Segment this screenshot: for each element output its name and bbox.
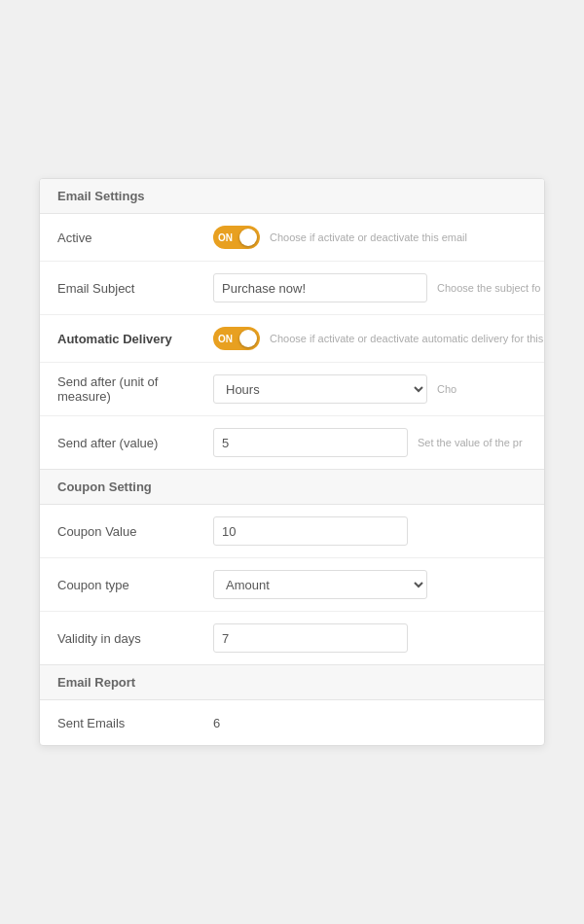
send-after-unit-content: Hours Days Minutes Cho xyxy=(213,374,527,404)
email-subject-input[interactable] xyxy=(213,273,427,302)
active-toggle-track: ON xyxy=(213,226,260,249)
email-settings-section: Email Settings Active ON Choose if activ… xyxy=(40,179,544,469)
active-content: ON Choose if activate or deactivate this… xyxy=(213,226,527,249)
email-report-title: Email Report xyxy=(57,675,135,690)
automatic-delivery-toggle[interactable]: ON xyxy=(213,327,260,350)
coupon-value-input[interactable] xyxy=(213,516,408,546)
active-toggle[interactable]: ON xyxy=(213,226,260,249)
sent-emails-row: Sent Emails 6 xyxy=(40,700,544,745)
coupon-value-label: Coupon Value xyxy=(57,524,213,539)
coupon-settings-body: Coupon Value Coupon type Amount Percenta… xyxy=(40,505,544,664)
active-toggle-label: ON xyxy=(218,232,233,243)
email-subject-content: Choose the subject fo xyxy=(213,273,540,302)
coupon-value-content xyxy=(213,516,527,546)
coupon-type-label: Coupon type xyxy=(57,578,213,592)
automatic-delivery-toggle-thumb xyxy=(239,330,257,347)
automatic-delivery-content: ON Choose if activate or deactivate auto… xyxy=(213,327,545,350)
validity-days-label: Validity in days xyxy=(57,631,213,646)
validity-days-content xyxy=(213,623,527,653)
coupon-type-select[interactable]: Amount Percentage xyxy=(213,570,427,599)
coupon-settings-section: Coupon Setting Coupon Value Coupon type … xyxy=(40,469,544,664)
send-after-value-content: Set the value of the pr xyxy=(213,428,527,457)
send-after-unit-hint: Cho xyxy=(437,383,527,395)
coupon-settings-title: Coupon Setting xyxy=(57,480,152,494)
validity-days-input[interactable] xyxy=(213,623,408,653)
coupon-value-row: Coupon Value xyxy=(40,505,544,558)
sent-emails-content: 6 xyxy=(213,716,527,730)
coupon-type-row: Coupon type Amount Percentage xyxy=(40,558,544,612)
send-after-value-row: Send after (value) Set the value of the … xyxy=(40,416,544,469)
email-report-section: Email Report Sent Emails 6 xyxy=(40,664,544,745)
email-report-header: Email Report xyxy=(40,665,544,700)
coupon-settings-header: Coupon Setting xyxy=(40,470,544,505)
active-hint: Choose if activate or deactivate this em… xyxy=(270,231,527,243)
automatic-delivery-toggle-track: ON xyxy=(213,327,260,350)
automatic-delivery-row: Automatic Delivery ON Choose if activate… xyxy=(40,315,544,363)
send-after-unit-row: Send after (unit of measure) Hours Days … xyxy=(40,363,544,416)
active-label: Active xyxy=(57,231,213,245)
send-after-value-input[interactable] xyxy=(213,428,408,457)
active-row: Active ON Choose if activate or deactiva… xyxy=(40,214,544,262)
coupon-type-content: Amount Percentage xyxy=(213,570,527,599)
email-settings-title: Email Settings xyxy=(57,189,145,203)
automatic-delivery-label: Automatic Delivery xyxy=(57,332,213,346)
email-subject-label: Email Subject xyxy=(57,281,213,296)
active-toggle-thumb xyxy=(239,229,257,246)
email-report-body: Sent Emails 6 xyxy=(40,700,544,745)
sent-emails-value: 6 xyxy=(213,716,220,730)
email-settings-header: Email Settings xyxy=(40,179,544,214)
send-after-value-hint: Set the value of the pr xyxy=(418,437,527,448)
settings-card: Email Settings Active ON Choose if activ… xyxy=(39,178,545,746)
email-settings-body: Active ON Choose if activate or deactiva… xyxy=(40,214,544,469)
send-after-unit-label: Send after (unit of measure) xyxy=(57,374,213,404)
sent-emails-label: Sent Emails xyxy=(57,716,213,730)
email-subject-hint: Choose the subject fo xyxy=(437,282,540,294)
send-after-unit-select[interactable]: Hours Days Minutes xyxy=(213,374,427,404)
send-after-value-label: Send after (value) xyxy=(57,436,213,450)
email-subject-row: Email Subject Choose the subject fo xyxy=(40,262,544,315)
validity-days-row: Validity in days xyxy=(40,612,544,664)
automatic-delivery-hint: Choose if activate or deactivate automat… xyxy=(270,333,545,344)
automatic-delivery-toggle-label: ON xyxy=(218,334,233,344)
